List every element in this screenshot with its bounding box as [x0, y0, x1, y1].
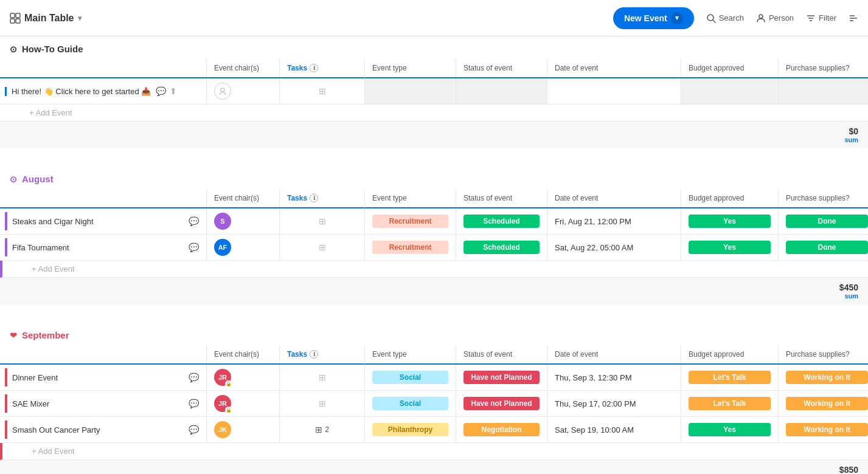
event-type-badge: Recruitment	[372, 215, 448, 228]
purchase-supplies-badge: Working on It	[786, 371, 868, 384]
event-type-cell[interactable]: Philanthropy	[365, 417, 456, 442]
lock-icon: 🔒	[225, 407, 232, 413]
chair-cell: JK	[207, 417, 280, 442]
person-label: Person	[769, 13, 794, 22]
event-name: SAE Mixer	[12, 399, 184, 408]
purchase-supplies-badge: Working on It	[786, 397, 868, 410]
col-budget-approved: Budget approved	[681, 189, 779, 207]
budget-approved-cell[interactable]: Yes	[681, 208, 779, 234]
tasks-info-icon[interactable]: ℹ	[310, 64, 318, 72]
section-september-header: ❤ September	[0, 323, 868, 345]
event-name-cell: SAE Mixer 💬	[0, 391, 207, 416]
collapse-icon: ❤	[10, 331, 17, 340]
september-sum-amount: $850	[761, 465, 858, 474]
comment-icon[interactable]: 💬	[189, 399, 199, 408]
event-name: Dinner Event	[12, 373, 184, 382]
section-toggle-september[interactable]: ❤ September	[10, 330, 69, 340]
status-cell[interactable]: Negotiation	[456, 417, 547, 442]
status-badge: Scheduled	[464, 241, 540, 254]
event-type-cell[interactable]: Social	[365, 365, 456, 390]
chair-cell: JR 🔒	[207, 365, 280, 390]
comment-icon[interactable]: 💬	[189, 242, 199, 252]
budget-approved-cell[interactable]: Yes	[681, 417, 779, 442]
col-date: Date of event	[547, 345, 681, 363]
august-col-headers: Event chair(s) Tasks ℹ Event type Status…	[0, 189, 868, 208]
status-cell[interactable]: Scheduled	[456, 208, 547, 234]
purchase-supplies-cell[interactable]: Working on It	[779, 391, 868, 416]
chair-avatar: AF	[214, 239, 231, 256]
sort-icon	[849, 13, 858, 23]
section-september: ❤ September Event chair(s) Tasks ℹ Event…	[0, 323, 868, 474]
search-action[interactable]: Search	[706, 13, 744, 23]
new-event-label: New Event	[624, 13, 667, 23]
chevron-down-icon[interactable]: ▾	[78, 14, 82, 22]
filter-action[interactable]: Filter	[806, 13, 836, 23]
tasks-info-icon[interactable]: ℹ	[310, 194, 318, 202]
add-event-august[interactable]: + Add Event	[0, 261, 868, 278]
section-how-to-guide: ⊙ How-To Guide Event chair(s) Tasks ℹ Ev…	[0, 36, 868, 148]
event-type-badge: Recruitment	[372, 241, 448, 254]
budget-approved-cell[interactable]: Yes	[681, 235, 779, 260]
col-status: Status of event	[456, 189, 547, 207]
howto-name-cell: Hi there! 👋 Click here to get started 📥 …	[0, 78, 207, 104]
person-action[interactable]: Person	[756, 13, 794, 23]
row-accent	[5, 238, 7, 256]
purchase-supplies-cell[interactable]: Done	[779, 235, 868, 260]
tasks-cell: ⊞ 2	[280, 417, 365, 442]
event-type-cell[interactable]: Recruitment	[365, 208, 456, 234]
purchase-supplies-cell[interactable]: Working on It	[779, 417, 868, 442]
table-row[interactable]: Smash Out Cancer Party 💬 JK ⊞ 2 Philanth…	[0, 417, 868, 443]
new-event-button[interactable]: New Event ▾	[613, 7, 694, 29]
section-toggle-how-to[interactable]: ⊙ How-To Guide	[10, 44, 83, 54]
col-event-chairs: Event chair(s)	[207, 189, 280, 207]
collapse-icon: ⊙	[10, 44, 17, 54]
status-cell[interactable]: Scheduled	[456, 235, 547, 260]
september-sum-cell: $850 sum	[761, 465, 858, 474]
svg-rect-3	[16, 19, 20, 23]
event-type-badge: Social	[372, 371, 448, 384]
table-row[interactable]: SAE Mixer 💬 JR 🔒 ⊞ Social Have not Plann…	[0, 391, 868, 417]
august-sum-amount: $450	[761, 283, 858, 292]
table-row[interactable]: Dinner Event 💬 JR 🔒 ⊞ Social Have not Pl…	[0, 365, 868, 391]
table-row[interactable]: Fifa Tournament 💬 AF ⊞ Recruitment Sched…	[0, 235, 868, 261]
status-cell[interactable]: Have not Planned	[456, 365, 547, 390]
share-icon[interactable]: ⬆	[170, 86, 177, 96]
date-cell: Thu, Sep 3, 12:30 PM	[547, 365, 681, 390]
svg-point-13	[221, 88, 224, 92]
status-cell[interactable]: Have not Planned	[456, 391, 547, 416]
comment-icon[interactable]: 💬	[189, 216, 199, 226]
add-event-how-to[interactable]: + Add Event	[0, 105, 868, 122]
how-to-sum-row: $0 sum	[0, 122, 868, 148]
col-event-chairs: Event chair(s)	[207, 59, 280, 77]
col-status: Status of event	[456, 345, 547, 363]
event-name-cell: Dinner Event 💬	[0, 365, 207, 390]
add-event-september[interactable]: + Add Event	[0, 443, 868, 460]
event-name-cell: Smash Out Cancer Party 💬	[0, 417, 207, 442]
col-date: Date of event	[547, 189, 681, 207]
event-name-cell: Steaks and Cigar Night 💬	[0, 208, 207, 234]
howto-event-type-cell	[365, 78, 456, 104]
svg-line-5	[713, 20, 715, 22]
comment-icon[interactable]: 💬	[189, 425, 199, 434]
section-toggle-august[interactable]: ⊙ August	[10, 174, 54, 184]
table-row[interactable]: Steaks and Cigar Night 💬 S ⊞ Recruitment…	[0, 208, 868, 235]
comment-icon[interactable]: 💬	[156, 86, 166, 96]
person-icon	[756, 13, 766, 23]
howto-status-cell	[456, 78, 547, 104]
tasks-info-icon[interactable]: ℹ	[310, 350, 318, 359]
search-label: Search	[719, 13, 744, 22]
lock-icon: 🔒	[225, 380, 232, 387]
event-type-cell[interactable]: Recruitment	[365, 235, 456, 260]
main-table-title[interactable]: Main Table ▾	[10, 13, 82, 24]
purchase-supplies-cell[interactable]: Done	[779, 208, 868, 234]
budget-approved-cell[interactable]: Let's Talk	[681, 365, 779, 390]
col-purchase-supplies: Purchase supplies?	[779, 189, 868, 207]
purchase-supplies-cell[interactable]: Working on It	[779, 365, 868, 390]
sort-action[interactable]	[849, 13, 858, 23]
comment-icon[interactable]: 💬	[189, 373, 199, 382]
event-type-cell[interactable]: Social	[365, 391, 456, 416]
table-row[interactable]: Hi there! 👋 Click here to get started 📥 …	[0, 78, 868, 105]
svg-rect-0	[10, 13, 15, 18]
new-event-arrow[interactable]: ▾	[671, 12, 683, 24]
budget-approved-cell[interactable]: Let's Talk	[681, 391, 779, 416]
